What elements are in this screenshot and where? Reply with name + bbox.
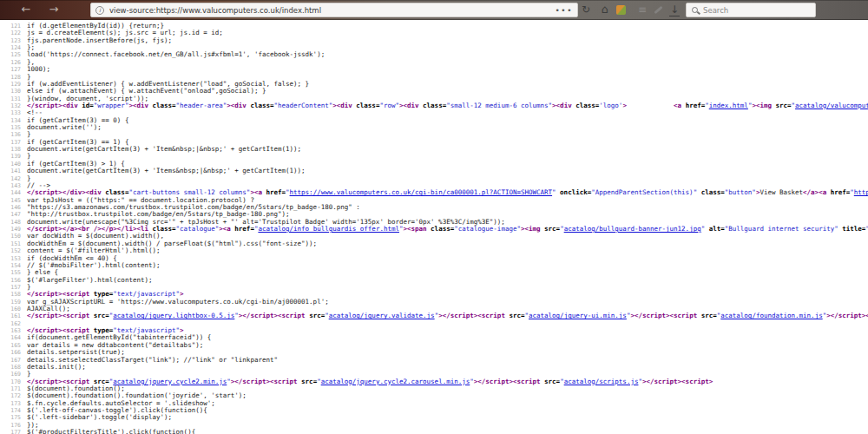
source-attribute-name: src= bbox=[701, 312, 717, 319]
browser-toolbar: ← → i ••• ↻ ⌂ ≡ ↓ bbox=[0, 0, 868, 20]
source-attribute-name: src= bbox=[544, 378, 560, 385]
line-number: 165 bbox=[3, 342, 21, 349]
url-input[interactable] bbox=[109, 6, 556, 15]
source-link[interactable]: acatalog/jquery.cycle2.min.js bbox=[113, 378, 227, 385]
line-number: 172 bbox=[3, 392, 21, 399]
forward-button[interactable]: → bbox=[45, 1, 62, 18]
source-line: 175$('.left-sidebar').toggle('display'); bbox=[3, 414, 868, 421]
download-arrow: ↓ bbox=[669, 3, 680, 16]
source-line: 142} bbox=[3, 175, 868, 182]
line-number: 129 bbox=[3, 81, 21, 88]
search-box[interactable] bbox=[686, 3, 816, 17]
screenshot-pen-icon[interactable] bbox=[654, 6, 662, 14]
line-number: 127 bbox=[3, 66, 21, 73]
source-line: 138document.write(getCartItem(3) + 'Item… bbox=[3, 146, 868, 153]
source-attribute-name: href= bbox=[686, 102, 706, 109]
line-number: 122 bbox=[3, 30, 21, 36]
source-line: 165var details = new ddtabcontent("detai… bbox=[3, 342, 868, 349]
line-number: 141 bbox=[3, 168, 21, 174]
source-text: details.init(); bbox=[27, 363, 86, 371]
source-link[interactable]: acatalog/jquery.validate.js bbox=[329, 312, 435, 319]
source-link[interactable]: acatalog/info_bullguardis_offer.html bbox=[258, 225, 399, 233]
source-attribute-value: "AppendParentSection(this)" bbox=[591, 188, 697, 196]
line-number: 170 bbox=[3, 378, 21, 385]
source-link[interactable]: acatalog/foundation.min.js bbox=[720, 312, 822, 319]
source-text bbox=[627, 102, 674, 109]
line-number: 147 bbox=[3, 211, 21, 218]
source-link[interactable]: https://www.valucomputers.co.uk/cgi-bin/… bbox=[290, 188, 553, 196]
source-attribute-name: class= bbox=[250, 102, 273, 109]
line-number: 173 bbox=[3, 400, 21, 407]
source-tag: ><div bbox=[128, 102, 152, 109]
line-number: 126 bbox=[3, 59, 21, 66]
source-line: 156$('#largeFilter').html(content); bbox=[3, 277, 868, 284]
line-number: 137 bbox=[3, 139, 21, 146]
download-icon[interactable]: ↓ bbox=[667, 2, 682, 17]
line-number: 175 bbox=[3, 414, 21, 421]
page-actions-button[interactable]: ••• bbox=[556, 6, 573, 15]
source-attribute-name: src= bbox=[309, 312, 325, 319]
source-attribute-value: "catalogue-image" bbox=[454, 225, 521, 233]
source-line: 161</script><script src="acatalog/jquery… bbox=[3, 312, 868, 319]
source-attribute-value: "headerContent" bbox=[273, 102, 332, 109]
line-number: 121 bbox=[3, 23, 21, 30]
source-line: 159var g_sAJAXScriptURL = 'https://www.v… bbox=[3, 299, 868, 306]
source-tag: ><img bbox=[521, 225, 544, 233]
source-attribute-name: id= bbox=[82, 102, 94, 109]
source-link[interactable]: https bbox=[854, 188, 868, 196]
line-number: 164 bbox=[3, 334, 21, 341]
source-line: 136} bbox=[3, 131, 868, 138]
source-attribute-value: "header-area" bbox=[176, 102, 227, 109]
source-line: 154// $('#mobiFilter').html(content); bbox=[3, 262, 868, 269]
line-number: 140 bbox=[3, 161, 21, 168]
extension-icon[interactable] bbox=[616, 5, 626, 15]
source-attribute-value: "row" bbox=[379, 102, 399, 109]
line-number: 144 bbox=[3, 189, 21, 196]
line-number: 176 bbox=[3, 422, 21, 429]
source-link[interactable]: acatalog/jquery.lightbox-0.5.js bbox=[113, 312, 234, 319]
reload-icon[interactable]: ↻ bbox=[578, 2, 594, 17]
source-tag: ><div bbox=[227, 102, 250, 109]
source-tag: ><div bbox=[399, 102, 423, 109]
line-number: 142 bbox=[3, 175, 21, 182]
source-tag: ><span bbox=[404, 225, 431, 233]
source-tag: ></script><script bbox=[239, 312, 309, 319]
source-line: 167details.setselectedClassTarget("link"… bbox=[3, 357, 868, 364]
source-tag: ><a bbox=[219, 225, 234, 233]
line-number: 131 bbox=[3, 95, 21, 102]
source-line: 125load('https://connect.facebook.net/en… bbox=[3, 51, 868, 58]
source-link[interactable]: acatalog/bullguard-banner-jun12.jpg bbox=[564, 225, 701, 233]
source-attribute-name: href= bbox=[831, 188, 851, 196]
source-text: document.write(getCartItem(3) + 'Items&n… bbox=[27, 167, 306, 174]
search-icon bbox=[692, 7, 698, 13]
line-number: 123 bbox=[3, 37, 21, 44]
source-link[interactable]: acatalog/jquery.cycle2.carousel.min.js bbox=[321, 378, 470, 385]
source-link[interactable]: acatalog/valucomputers bbox=[795, 102, 868, 109]
line-number: 149 bbox=[3, 226, 21, 233]
address-bar[interactable]: i ••• bbox=[90, 3, 578, 17]
source-line: 168details.init(); bbox=[3, 364, 868, 371]
source-line: 177$('#productFiltersTitle').click(funct… bbox=[3, 429, 868, 434]
source-attribute-name: alt= bbox=[709, 225, 725, 233]
search-input[interactable] bbox=[703, 6, 810, 15]
source-link[interactable]: acatalog/scripts.js bbox=[564, 378, 639, 385]
info-icon[interactable]: i bbox=[95, 6, 104, 15]
source-tag: ></script><script bbox=[630, 312, 700, 319]
source-link[interactable]: acatalog/jquery-ui.min.js bbox=[529, 312, 627, 319]
home-icon[interactable]: ⌂ bbox=[597, 2, 613, 17]
source-link[interactable]: index.html bbox=[709, 102, 748, 109]
pocket-icon[interactable]: ≡ bbox=[635, 2, 650, 17]
line-number: 159 bbox=[3, 299, 21, 306]
source-line: 126}, bbox=[3, 59, 868, 66]
source-attribute-value: "catalogue" bbox=[176, 225, 220, 233]
source-attribute-name: class= bbox=[701, 188, 725, 196]
source-text: $('#productFiltersTitle').click(function… bbox=[27, 428, 195, 434]
line-number: 134 bbox=[3, 117, 21, 124]
back-button[interactable]: ← bbox=[17, 1, 35, 18]
source-attribute-value: 'logo' bbox=[599, 102, 622, 109]
line-number: 171 bbox=[3, 385, 21, 392]
source-attribute-value: "small-12 medium-6 columns" bbox=[446, 102, 552, 109]
source-attribute-name: src= bbox=[509, 312, 524, 319]
source-line: 134if (getCartItem(3) == 0) { bbox=[3, 117, 868, 124]
line-number: 124 bbox=[3, 44, 21, 51]
